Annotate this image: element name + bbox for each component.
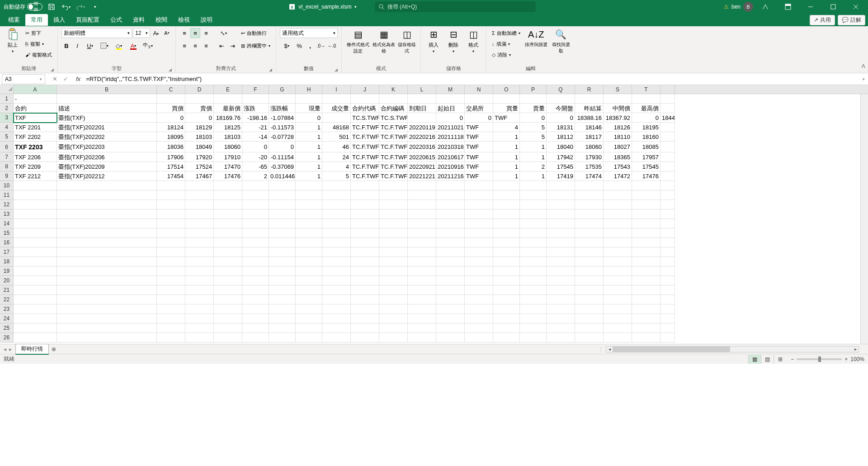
cell[interactable]: 18125 [214, 123, 242, 132]
comma-icon[interactable]: , [305, 41, 315, 51]
cell[interactable] [185, 266, 214, 276]
cell[interactable] [14, 190, 57, 200]
cell[interactable] [379, 228, 408, 238]
cell[interactable]: 20210916 [436, 162, 465, 171]
col-header-B[interactable]: B [57, 85, 157, 94]
cell[interactable] [157, 276, 185, 285]
cell[interactable] [351, 228, 379, 238]
cell[interactable] [632, 219, 660, 228]
cell[interactable]: TWF [465, 142, 493, 152]
cell[interactable]: 17476 [632, 171, 660, 181]
cell[interactable]: 合約代碼 [351, 104, 379, 113]
cell[interactable] [379, 285, 408, 295]
cell[interactable] [322, 285, 351, 295]
find-select-button[interactable]: 🔍尋找與選取 [550, 28, 572, 54]
cell[interactable] [322, 295, 351, 304]
align-center-icon[interactable]: ≡ [190, 41, 200, 51]
cell[interactable] [351, 295, 379, 304]
row-header[interactable]: 13 [0, 209, 14, 219]
cell[interactable] [520, 200, 547, 209]
cell[interactable]: 臺指(TXF)202202 [57, 132, 157, 142]
cell[interactable] [351, 190, 379, 200]
cell[interactable] [14, 181, 57, 190]
cell[interactable]: 到期日 [408, 104, 436, 113]
cell[interactable] [465, 276, 493, 285]
cell[interactable] [408, 247, 436, 257]
cell[interactable] [493, 228, 520, 238]
row-header[interactable]: 1 [0, 94, 14, 104]
cell[interactable] [57, 304, 157, 314]
copy-button[interactable]: ⎘複製▾ [24, 39, 54, 49]
cell[interactable]: 17930 [575, 152, 604, 162]
cell[interactable] [520, 219, 547, 228]
cell[interactable]: TWF [465, 171, 493, 181]
autosave-toggle[interactable]: 自動儲存 關閉 [4, 3, 42, 11]
cell[interactable]: 成交量 [322, 104, 351, 113]
cell[interactable] [157, 257, 185, 266]
cell[interactable] [493, 219, 520, 228]
cell[interactable] [242, 295, 269, 304]
cell[interactable] [575, 247, 604, 257]
font-color-button[interactable]: A▾ [127, 41, 140, 51]
cell[interactable] [242, 209, 269, 219]
cell[interactable] [604, 333, 632, 342]
cell[interactable] [379, 247, 408, 257]
decrease-decimal-icon[interactable]: ←.0 [327, 41, 337, 51]
cell[interactable] [322, 209, 351, 219]
cell[interactable]: TC.F.TWF [379, 171, 408, 181]
paste-button[interactable]: 貼上▾ [4, 28, 22, 53]
menu-tab-插入[interactable]: 插入 [48, 14, 71, 26]
autosum-button[interactable]: Σ自動加總▾ [490, 28, 522, 38]
cell[interactable] [493, 247, 520, 257]
cell[interactable] [242, 238, 269, 247]
cell[interactable] [214, 276, 242, 285]
cell[interactable] [436, 285, 465, 295]
cell[interactable] [604, 304, 632, 314]
cell[interactable]: 臺指(TXF)202212 [57, 171, 157, 181]
cell[interactable]: 0 [242, 142, 269, 152]
cell[interactable] [408, 257, 436, 266]
cell[interactable] [296, 314, 322, 323]
cell[interactable] [408, 285, 436, 295]
cell[interactable] [269, 266, 296, 276]
cell[interactable] [547, 219, 575, 228]
cell[interactable] [14, 304, 57, 314]
cell[interactable] [379, 333, 408, 342]
cell[interactable] [269, 323, 296, 333]
cell[interactable] [408, 238, 436, 247]
cell[interactable]: 17906 [157, 152, 185, 162]
cell[interactable]: -0.07728 [269, 132, 296, 142]
italic-button[interactable]: I [72, 41, 82, 51]
cell[interactable] [269, 190, 296, 200]
cell[interactable] [269, 314, 296, 323]
cell[interactable]: 臺指(TXF)202203 [57, 142, 157, 152]
cell[interactable] [604, 190, 632, 200]
cell[interactable] [242, 333, 269, 342]
cell[interactable]: 18049 [185, 142, 214, 152]
cell[interactable]: 17535 [575, 162, 604, 171]
row-header[interactable]: 11 [0, 190, 14, 200]
cell[interactable] [408, 200, 436, 209]
cell[interactable]: 交易所 [465, 104, 493, 113]
cell[interactable] [296, 323, 322, 333]
cell[interactable]: TC.F.TWF [351, 152, 379, 162]
cell[interactable] [157, 181, 185, 190]
zoom-level[interactable]: 100% [850, 356, 864, 362]
cell[interactable] [575, 190, 604, 200]
cell[interactable] [322, 257, 351, 266]
cell[interactable]: -0.37069 [269, 162, 296, 171]
cell[interactable] [493, 181, 520, 190]
cell[interactable] [296, 295, 322, 304]
cell[interactable]: TXF 2212 [14, 171, 57, 181]
cell[interactable] [269, 285, 296, 295]
col-header-R[interactable]: R [575, 85, 604, 94]
cell[interactable] [269, 228, 296, 238]
cell[interactable]: 1 [493, 171, 520, 181]
cell[interactable]: 17474 [575, 171, 604, 181]
cell[interactable] [351, 219, 379, 228]
cell[interactable] [632, 257, 660, 266]
cell[interactable]: TWF [465, 132, 493, 142]
share-button[interactable]: ↗共用 [810, 15, 835, 25]
cell[interactable]: - [14, 94, 57, 104]
cell[interactable] [379, 276, 408, 285]
